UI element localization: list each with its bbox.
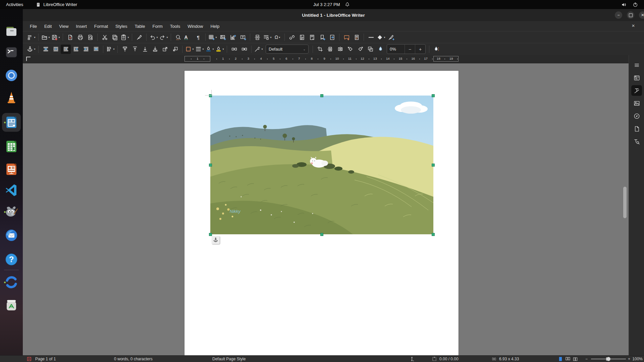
image-anchor-marker[interactable] (212, 236, 220, 244)
sidebar-character-tab[interactable] (631, 85, 642, 96)
wrap-parallel-button[interactable] (51, 45, 61, 54)
dock-item-software-updater[interactable] (3, 274, 19, 290)
wrap-after-button[interactable] (81, 45, 91, 54)
cut-button[interactable] (100, 33, 110, 42)
border-style-button[interactable]: ▾ (195, 45, 205, 54)
spelling-button[interactable]: A (183, 33, 193, 42)
export-pdf-button[interactable] (65, 33, 75, 42)
insert-image-button[interactable] (218, 33, 228, 42)
vertical-scrollbar[interactable] (623, 187, 627, 218)
transparency-decrease-button[interactable]: − (405, 45, 415, 54)
dropdown-caret[interactable]: ▾ (113, 48, 114, 51)
menu-window[interactable]: Window (184, 22, 207, 30)
sidebar-gallery-tab[interactable] (631, 98, 642, 109)
dropdown-caret[interactable]: ▾ (58, 36, 60, 39)
dock-item-chromium[interactable] (3, 67, 19, 83)
insert-chart-button[interactable] (228, 33, 238, 42)
menu-form[interactable]: Form (149, 22, 166, 30)
dropdown-caret[interactable]: ▾ (215, 36, 217, 39)
selection-handle-bottom-center[interactable] (320, 233, 323, 236)
transparency-value[interactable]: 0% (387, 47, 405, 52)
wrap-before-button[interactable] (71, 45, 81, 54)
sidebar-page-tab[interactable] (631, 123, 642, 134)
insert-cross-reference-button[interactable] (327, 33, 337, 42)
insert-hyperlink-button[interactable] (287, 33, 297, 42)
dock-item-libreoffice-impress[interactable] (3, 161, 19, 177)
menu-view[interactable]: View (55, 22, 72, 30)
selection-mode-icon[interactable] (410, 357, 414, 361)
to-background-button[interactable] (170, 45, 180, 54)
selection-handle-bottom-right[interactable] (432, 233, 435, 236)
menu-file[interactable]: File (26, 22, 41, 30)
send-to-back-button[interactable] (150, 45, 160, 54)
dropdown-caret[interactable]: ▾ (202, 48, 204, 51)
dropdown-caret[interactable]: ▾ (166, 36, 168, 39)
zoom-level-status[interactable]: 100% (632, 357, 643, 361)
clone-formatting-button[interactable] (134, 33, 144, 42)
unlink-frames-button[interactable] (239, 45, 249, 54)
dock-item-help[interactable]: ? (3, 251, 19, 267)
print-button[interactable] (75, 33, 85, 42)
borders-button[interactable]: ▾ (184, 45, 195, 54)
dock-item-libreoffice-calc[interactable] (3, 138, 19, 155)
dock-item-libreoffice-writer[interactable] (3, 114, 19, 130)
align-objects-button[interactable]: ▾ (105, 45, 115, 54)
crop-image-button[interactable] (315, 45, 325, 54)
close-document-button[interactable]: ✕ (632, 23, 635, 28)
document-modified-icon[interactable] (27, 357, 32, 361)
image-filter-button[interactable]: ▾ (254, 45, 264, 54)
to-foreground-button[interactable] (160, 45, 170, 54)
focused-app-menu[interactable]: LibreOffice Writer (36, 2, 77, 7)
sidebar-navigator-tab[interactable] (631, 111, 642, 121)
insert-comment-button[interactable] (341, 33, 352, 42)
track-changes-button[interactable] (352, 33, 362, 42)
insert-textbox-button[interactable] (238, 33, 248, 42)
print-preview-button[interactable] (85, 33, 95, 42)
selection-handle-middle-left[interactable] (209, 164, 212, 167)
page-count-status[interactable]: Page 1 of 1 (35, 357, 56, 361)
flip-vertical-button[interactable] (325, 45, 335, 54)
undo-button[interactable]: ▾ (149, 33, 159, 42)
insert-field-button[interactable]: ▾ (262, 33, 272, 42)
selection-handle-middle-right[interactable] (432, 164, 435, 167)
selection-handle-top-right[interactable] (432, 94, 435, 97)
cursor-position-status[interactable]: 0.00 / 0.00 (439, 357, 459, 361)
zoom-slider-thumb[interactable] (606, 357, 610, 361)
dock-item-thunderbird[interactable] (3, 227, 19, 243)
forward-one-button[interactable] (130, 45, 140, 54)
dropdown-caret[interactable]: ▾ (261, 48, 263, 51)
sidebar-settings-tab[interactable] (631, 60, 642, 70)
basic-shapes-button[interactable]: ▾ (376, 33, 386, 42)
dock-item-vlc[interactable] (3, 89, 19, 105)
formatting-marks-button[interactable]: ¶ (193, 33, 203, 42)
flip-horizontal-button[interactable] (335, 45, 345, 54)
back-one-button[interactable] (140, 45, 150, 54)
dropdown-caret[interactable]: ▾ (192, 48, 194, 51)
page-style-status[interactable]: Default Page Style (212, 357, 246, 361)
menu-styles[interactable]: Styles (112, 22, 131, 30)
wrap-off-button[interactable] (41, 45, 51, 54)
horizontal-ruler[interactable]: 1 12345678910111213141516171819 (23, 55, 629, 63)
highlight-color-button[interactable]: ▾ (215, 45, 225, 54)
find-replace-button[interactable] (173, 33, 183, 42)
link-frames-button[interactable] (229, 45, 239, 54)
activities-button[interactable]: Activities (6, 2, 23, 7)
redo-button[interactable]: ▾ (159, 33, 169, 42)
menu-help[interactable]: Help (207, 22, 223, 30)
rotate-right-button[interactable] (355, 45, 365, 54)
book-view-icon[interactable] (573, 357, 578, 361)
dock-item-vscode[interactable] (3, 182, 19, 198)
save-button[interactable]: ▾ (51, 33, 61, 42)
menu-table[interactable]: Table (131, 22, 149, 30)
dock-item-terminal[interactable] (3, 44, 19, 60)
system-status-area[interactable] (621, 2, 638, 7)
selected-image[interactable]: Nikky (210, 96, 433, 234)
menu-insert[interactable]: Insert (72, 22, 91, 30)
copy-button[interactable] (110, 33, 120, 42)
selection-handle-bottom-left[interactable] (209, 233, 212, 236)
image-color-button[interactable] (431, 45, 441, 54)
dropdown-caret[interactable]: ▾ (279, 36, 280, 39)
menu-tools[interactable]: Tools (166, 22, 184, 30)
freeform-line-button[interactable] (386, 33, 396, 42)
dropdown-caret[interactable]: ▾ (222, 48, 224, 51)
